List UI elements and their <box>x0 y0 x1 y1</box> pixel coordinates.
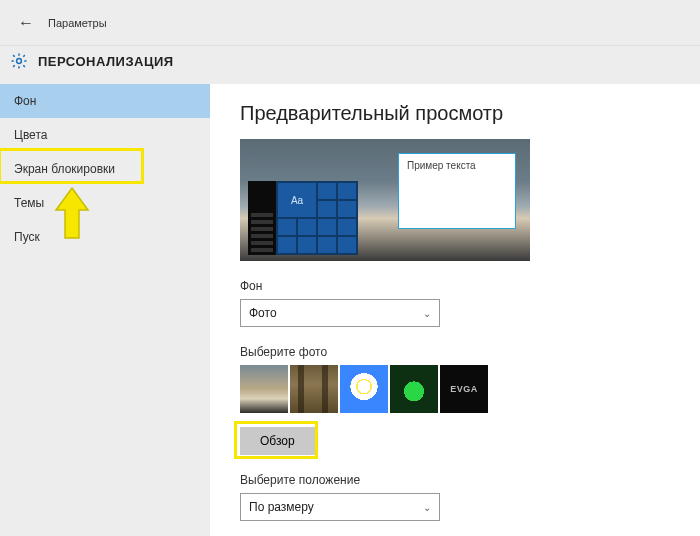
sidebar: Фон Цвета Экран блокировки Темы Пуск <box>0 84 210 536</box>
preview-sample-text: Пример текста <box>407 160 476 171</box>
window-title: Параметры <box>48 17 107 29</box>
sidebar-item-label: Темы <box>14 196 44 210</box>
preview-tile-aa: Aa <box>278 183 316 217</box>
sidebar-item-label: Пуск <box>14 230 40 244</box>
sidebar-item-colors[interactable]: Цвета <box>0 118 210 152</box>
preview-start-menu: Aa <box>248 181 358 255</box>
gear-icon <box>10 52 28 70</box>
sidebar-item-background[interactable]: Фон <box>0 84 210 118</box>
annotation-arrow-up-icon <box>52 186 92 246</box>
thumb-sunset[interactable] <box>240 365 288 413</box>
choose-photo-label: Выберите фото <box>240 345 670 359</box>
back-button[interactable]: ← <box>10 10 42 36</box>
sidebar-item-label: Цвета <box>14 128 47 142</box>
sidebar-item-label: Экран блокировки <box>14 162 115 176</box>
chevron-down-icon: ⌄ <box>423 502 431 513</box>
content-area: Предварительный просмотр Aa Пример текст… <box>210 84 700 536</box>
chevron-down-icon: ⌄ <box>423 308 431 319</box>
background-select-value: Фото <box>249 306 277 320</box>
page-title: ПЕРСОНАЛИЗАЦИЯ <box>38 54 174 69</box>
thumb-forest[interactable] <box>290 365 338 413</box>
browse-button[interactable]: Обзор <box>240 427 315 455</box>
desktop-preview: Aa Пример текста <box>240 139 530 261</box>
preview-heading: Предварительный просмотр <box>240 102 670 125</box>
background-label: Фон <box>240 279 670 293</box>
position-select[interactable]: По размеру ⌄ <box>240 493 440 521</box>
svg-point-0 <box>17 59 22 64</box>
thumb-evga[interactable]: EVGA <box>440 365 488 413</box>
sidebar-item-start[interactable]: Пуск <box>0 220 210 254</box>
sidebar-item-lockscreen[interactable]: Экран блокировки <box>0 152 210 186</box>
background-select[interactable]: Фото ⌄ <box>240 299 440 327</box>
position-label: Выберите положение <box>240 473 670 487</box>
thumb-daisy[interactable] <box>340 365 388 413</box>
titlebar: ← Параметры <box>0 0 700 46</box>
thumb-neon[interactable] <box>390 365 438 413</box>
page-header: ПЕРСОНАЛИЗАЦИЯ <box>0 46 700 84</box>
sidebar-item-themes[interactable]: Темы <box>0 186 210 220</box>
position-select-value: По размеру <box>249 500 314 514</box>
preview-sample-window: Пример текста <box>398 153 516 229</box>
photo-thumbnails: EVGA <box>240 365 670 413</box>
sidebar-item-label: Фон <box>14 94 36 108</box>
